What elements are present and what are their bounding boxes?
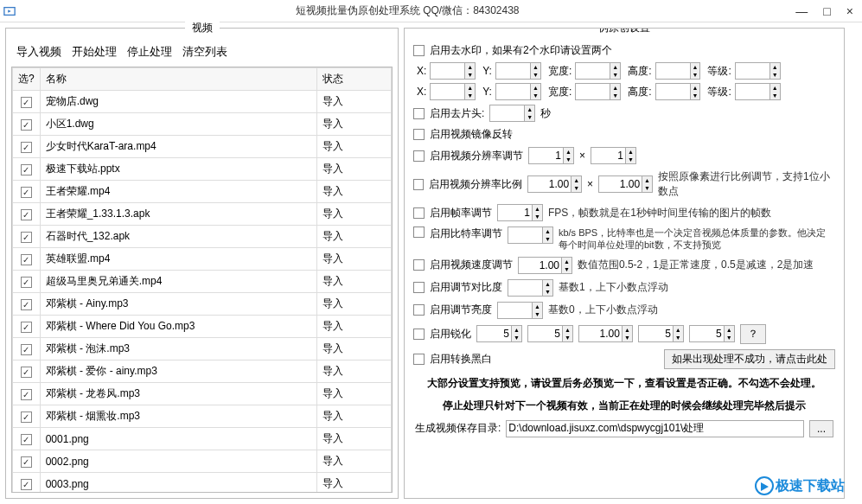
row-checkbox[interactable]: ✓ (21, 299, 32, 310)
row-checkbox[interactable]: ✓ (21, 97, 32, 108)
sharpen-help-button[interactable]: ？ (740, 324, 766, 344)
ratio-h-input[interactable] (598, 175, 642, 193)
table-row[interactable]: ✓邓紫棋 - 泡沫.mp3导入 (13, 338, 392, 360)
table-row[interactable]: ✓王者荣耀_1.33.1.3.apk导入 (13, 203, 392, 226)
minimize-button[interactable]: — (795, 4, 808, 18)
fail-help-button[interactable]: 如果出现处理不成功，请点击此处 (664, 349, 835, 369)
import-video-button[interactable]: 导入视频 (16, 44, 61, 60)
res-h-input[interactable] (591, 147, 625, 164)
browse-button[interactable]: ... (809, 420, 833, 437)
col-status[interactable]: 状态 (316, 68, 391, 91)
bitrate-input[interactable] (508, 226, 542, 244)
row-checkbox[interactable]: ✓ (21, 456, 32, 468)
start-button[interactable]: 开始处理 (72, 44, 117, 60)
sharpen-5-input[interactable] (689, 325, 724, 342)
wm1-w-input[interactable] (575, 62, 610, 80)
row-checkbox[interactable]: ✓ (21, 142, 32, 153)
row-checkbox[interactable]: ✓ (21, 434, 32, 445)
sharpen-4-input[interactable] (638, 325, 673, 342)
wm1-level-input[interactable] (735, 62, 769, 80)
table-row[interactable]: ✓邓紫棋 - Where Did You Go.mp3导入 (13, 316, 392, 338)
video-table[interactable]: 选? 名称 状态 ✓宠物店.dwg导入✓小区1.dwg导入✓少女时代KaraT-… (11, 67, 393, 493)
row-checkbox[interactable]: ✓ (21, 322, 32, 333)
sharpen-label: 启用锐化 (430, 327, 471, 341)
row-checkbox[interactable]: ✓ (21, 277, 32, 288)
table-row[interactable]: ✓邓紫棋 - 烟熏妆.mp3导入 (13, 405, 392, 428)
table-row[interactable]: ✓极速下载站.pptx导入 (13, 158, 392, 181)
ratio-w-input[interactable] (527, 175, 571, 193)
table-row[interactable]: ✓英雄联盟.mp4导入 (13, 248, 392, 271)
table-row[interactable]: ✓邓紫棋 - 龙卷风.mp3导入 (13, 383, 392, 405)
save-dir-input[interactable] (506, 420, 804, 437)
settings-panel-title: 伪原创设置 (591, 28, 657, 35)
table-row[interactable]: ✓0003.png导入 (13, 473, 392, 494)
fps-checkbox[interactable] (413, 207, 425, 219)
table-row[interactable]: ✓邓紫棋 - 爱你 - ainy.mp3导入 (13, 360, 392, 383)
ratio-label: 启用视频分辨率比例 (429, 177, 522, 192)
stop-button[interactable]: 停止处理 (127, 44, 172, 60)
row-checkbox[interactable]: ✓ (21, 232, 32, 243)
row-checkbox[interactable]: ✓ (21, 209, 32, 220)
row-checkbox[interactable]: ✓ (21, 254, 32, 265)
wm2-h-input[interactable] (655, 83, 690, 100)
wm1-h-input[interactable] (655, 62, 690, 80)
video-panel-title: 视频 (185, 21, 220, 35)
row-checkbox[interactable]: ✓ (21, 411, 32, 423)
sharpen-3-input[interactable] (578, 325, 622, 342)
wm1-x-input[interactable] (430, 62, 464, 80)
row-checkbox[interactable]: ✓ (21, 389, 32, 400)
speed-input[interactable] (518, 257, 561, 274)
row-checkbox[interactable]: ✓ (21, 187, 32, 198)
row-checkbox[interactable]: ✓ (21, 367, 32, 378)
row-checkbox[interactable]: ✓ (21, 119, 32, 131)
bw-checkbox[interactable] (413, 354, 425, 365)
wm1-y-input[interactable] (495, 62, 530, 80)
col-name[interactable]: 名称 (40, 68, 316, 91)
row-name: 邓紫棋 - 龙卷风.mp3 (40, 383, 316, 405)
maximize-button[interactable]: □ (823, 4, 830, 18)
table-row[interactable]: ✓少女时代KaraT-ara.mp4导入 (13, 136, 392, 158)
sharpen-1-input[interactable] (476, 325, 511, 342)
table-row[interactable]: ✓0001.png导入 (13, 428, 392, 450)
wm2-level-input[interactable] (735, 83, 769, 100)
trim-checkbox[interactable] (413, 108, 425, 119)
row-checkbox[interactable]: ✓ (21, 479, 32, 490)
table-row[interactable]: ✓邓紫棋 - Ainy.mp3导入 (13, 293, 392, 316)
wm2-x-input[interactable] (430, 83, 464, 100)
table-row[interactable]: ✓石器时代_132.apk导入 (13, 226, 392, 248)
col-select[interactable]: 选? (13, 68, 41, 91)
row-name: 邓紫棋 - Where Did You Go.mp3 (40, 316, 316, 338)
bitrate-checkbox[interactable] (413, 226, 425, 238)
bitrate-label: 启用比特率调节 (430, 226, 502, 241)
ratio-checkbox[interactable] (413, 179, 424, 190)
sharpen-2-input[interactable] (527, 325, 562, 342)
res-w-input[interactable] (528, 147, 563, 164)
table-row[interactable]: ✓0002.png导入 (13, 450, 392, 473)
fps-input[interactable] (497, 204, 532, 221)
table-row[interactable]: ✓小区1.dwg导入 (13, 113, 392, 136)
wm2-y-input[interactable] (495, 83, 530, 100)
contrast-input[interactable] (508, 279, 542, 297)
contrast-checkbox[interactable] (413, 282, 425, 293)
close-button[interactable]: × (846, 4, 853, 18)
row-checkbox[interactable]: ✓ (21, 164, 32, 175)
row-status: 导入 (316, 428, 391, 450)
row-name: 邓紫棋 - Ainy.mp3 (40, 293, 316, 316)
watermark-checkbox[interactable] (413, 45, 425, 56)
resolution-checkbox[interactable] (413, 150, 425, 162)
sharpen-checkbox[interactable] (413, 329, 425, 340)
brightness-input[interactable] (497, 302, 532, 319)
table-row[interactable]: ✓王者荣耀.mp4导入 (13, 181, 392, 203)
mirror-checkbox[interactable] (413, 129, 425, 140)
clear-list-button[interactable]: 清空列表 (182, 44, 227, 60)
wm2-w-input[interactable] (575, 83, 610, 100)
row-checkbox[interactable]: ✓ (21, 344, 32, 355)
row-name: 王者荣耀_1.33.1.3.apk (40, 203, 316, 226)
table-row[interactable]: ✓宠物店.dwg导入 (13, 91, 392, 113)
table-row[interactable]: ✓超级马里奥兄弟通关.mp4导入 (13, 271, 392, 293)
row-status: 导入 (316, 360, 391, 383)
row-status: 导入 (316, 136, 391, 158)
speed-checkbox[interactable] (413, 259, 425, 271)
trim-input[interactable] (489, 105, 524, 122)
brightness-checkbox[interactable] (413, 304, 425, 316)
